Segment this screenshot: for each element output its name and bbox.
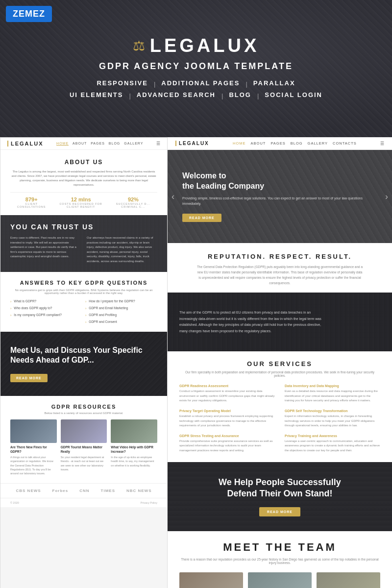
gdpr-item-1[interactable]: › What is GDPR? [10, 299, 82, 303]
gdpr-item-6[interactable]: › GDPR and Profiling [85, 313, 157, 317]
gdpr-arrow-icon: › [10, 300, 11, 303]
right-hero-btn[interactable]: READ MORE [182, 214, 221, 222]
right-nav-logo: LEGALUX [175, 141, 209, 146]
gdpr-item-8[interactable]: › GDPR and Consent [85, 320, 157, 324]
gdpr-item-3[interactable]: › Who does GDPR apply to? [10, 306, 82, 310]
service-2: Data Inventory and Data Mapping Even as … [285, 384, 380, 403]
trust-col-2: Our attorneys have recovered claims in a… [87, 236, 157, 264]
hero-subtitle: GDPR AGENCY JOOMLA TEMPLATE [99, 61, 293, 72]
services-section: OUR SERVICES Our firm speciality in both… [168, 351, 392, 462]
right-nav-contacts[interactable]: CONTACTS [333, 141, 357, 146]
gdpr-arrow-icon: › [85, 320, 86, 324]
team-card-2 [248, 572, 312, 588]
hero-features-2: UI ELEMENTS | ADVANCED SEARCH | BLOG | S… [64, 90, 328, 102]
gdpr-text: No organizations get to grips with their… [10, 289, 157, 294]
service-3: Privacy Target Operating Model Establish… [179, 409, 275, 428]
resource-img-1 [10, 419, 57, 443]
stat-costs: 12 mlns COSTS RECOVERED FORCLIENT BENEFI… [59, 196, 102, 208]
right-hero-text: Welcome tothe Leading Company Providing … [182, 171, 377, 222]
service-name-5: GDPR Stress Testing and Assurance [179, 434, 275, 438]
gdpr-grid: › What is GDPR? › How do I prepare for t… [10, 299, 157, 324]
right-hero-sub: Providing simple, timeless cost-effectiv… [182, 196, 377, 206]
right-nav-blog[interactable]: BLOG [291, 141, 303, 146]
left-nav-home[interactable]: HOME [56, 142, 69, 146]
left-nav-logo: LEGALUX [7, 141, 44, 147]
stat-label-2: COSTS RECOVERED FORCLIENT BENEFIT [59, 202, 102, 208]
right-nav-gallery[interactable]: GALLERY [308, 141, 328, 146]
gdpr-title: ANSWERS TO KEY GDPR QUESTIONS [10, 280, 157, 286]
press-nbc: NBC NEWS [126, 489, 152, 493]
scale-icon: ⚖ [133, 38, 145, 54]
service-desc-6: Leverage a user-centric approach to comm… [285, 439, 380, 453]
team-card-3 [317, 572, 380, 588]
dual-preview: LEGALUX HOME ABOUT PAGES BLOG GALLERY ☰ … [0, 137, 392, 588]
resource-text-1: A things out to talk about your organiza… [10, 455, 57, 475]
stat-success: 92% SUCCESSFULLY D...CRIMINAL C... [116, 196, 150, 208]
meet-cta-section: Meet Us, and Discuss Your Specific Needs… [0, 332, 167, 396]
hero-title: LEGALUX [150, 35, 260, 56]
trust-cols: Every case is different. Past results ar… [10, 236, 157, 264]
left-nav-pages[interactable]: PAGES [91, 142, 105, 146]
right-nav-home[interactable]: HOME [233, 141, 246, 146]
left-nav-gallery[interactable]: GALLERY [124, 142, 143, 146]
hero-next-arrow[interactable]: › [385, 192, 388, 202]
gdpr-item-2[interactable]: › How do I prepare for the GDPR? [85, 299, 157, 303]
gdpr-questions-section: ANSWERS TO KEY GDPR QUESTIONS No organiz… [0, 272, 167, 332]
service-desc-2: Even as a detailed data resource and dat… [285, 389, 380, 403]
resource-img-2 [61, 419, 107, 443]
gdpr-item-7 [10, 320, 82, 324]
reputation-section: REPUTATION. RESPECT. RESULT. The General… [168, 243, 392, 293]
press-times: TIMES [101, 489, 115, 493]
gdpr-item-5[interactable]: › Is my company GDPR compliant? [10, 313, 82, 317]
right-nav-pages[interactable]: PAGES [270, 141, 285, 146]
trust-title: YOU CAN TRUST US [10, 223, 157, 231]
zemez-badge: ZEMEZ [6, 6, 52, 22]
left-nav-about[interactable]: ABOUT [73, 142, 87, 146]
resource-title-3: What Video Help with GDPR Increase? [111, 445, 157, 454]
right-hamburger-icon[interactable]: ☰ [380, 141, 384, 146]
services-grid: GDPR Readiness Assessment Conduct a liti… [179, 384, 380, 453]
gdpr-arrow-icon: › [85, 314, 86, 317]
team-grid [179, 572, 380, 588]
footer-privacy[interactable]: Privacy Policy [141, 501, 157, 504]
team-card-1 [179, 572, 243, 588]
service-1: GDPR Readiness Assessment Conduct a liti… [179, 384, 275, 403]
stat-num-1: 879+ [17, 196, 46, 202]
defend-btn[interactable]: READ MORE [259, 507, 300, 516]
left-footer: © 2020 Privacy Policy [0, 498, 167, 507]
left-nav-blog[interactable]: BLOG [109, 142, 120, 146]
about-title: ABOUT US [10, 159, 157, 166]
team-photo-3 [317, 572, 380, 588]
gdpr-arrow-icon: › [10, 307, 11, 310]
service-name-6: Privacy Training and Awareness [285, 434, 380, 438]
team-photo-2 [248, 572, 312, 588]
gdpr-arrow-icon: › [85, 307, 86, 310]
team-section: MEET THE TEAM There is a reason that our… [168, 531, 392, 588]
right-hero: ‹ Welcome tothe Leading Company Providin… [168, 150, 392, 243]
gdpr-arrow-icon: › [10, 314, 11, 317]
hero-prev-arrow[interactable]: ‹ [172, 192, 174, 202]
stats-row: 879+ CLIENTCONSULTATIONS 12 mlns COSTS R… [10, 192, 157, 208]
service-4: GDPR Self Technology Transformation Expe… [285, 409, 380, 428]
resources-grid: Are There New Fines for GDPR? A things o… [10, 419, 157, 475]
service-name-4: GDPR Self Technology Transformation [285, 409, 380, 413]
services-title: OUR SERVICES [179, 360, 380, 368]
resource-title-1: Are There New Fines for GDPR? [10, 445, 57, 454]
service-name-1: GDPR Readiness Assessment [179, 384, 275, 388]
meet-cta-btn[interactable]: READ MORE [10, 374, 48, 382]
feature-social: SOCIAL LOGIN [259, 90, 328, 102]
hamburger-icon[interactable]: ☰ [156, 141, 160, 146]
press-bar: CBS NEWS Forbes CNN TIMES NBC NEWS [0, 483, 167, 498]
right-nav-about[interactable]: ABOUT [251, 141, 266, 146]
gdpr-item-4[interactable]: › GDPR and Email Marketing [85, 306, 157, 310]
stat-num-2: 12 mlns [59, 196, 102, 202]
gdpr-arrow-icon: › [85, 300, 86, 303]
services-sub: Our firm speciality in both preparation … [179, 370, 380, 377]
press-cnn: CNN [79, 489, 89, 493]
resource-img-3 [111, 419, 157, 443]
resources-sub: Below listed is a variety of resources a… [10, 412, 157, 415]
meet-cta-title: Meet Us, and Discuss Your Specific Needs… [10, 345, 157, 366]
team-sub: There is a reason that our reputation pr… [179, 558, 380, 564]
hero-features: RESPONSIVE | ADDITIONAL PAGES | PARALLAX [91, 78, 301, 90]
defend-banner: We Help People SuccessfullyDefend Their … [168, 462, 392, 532]
